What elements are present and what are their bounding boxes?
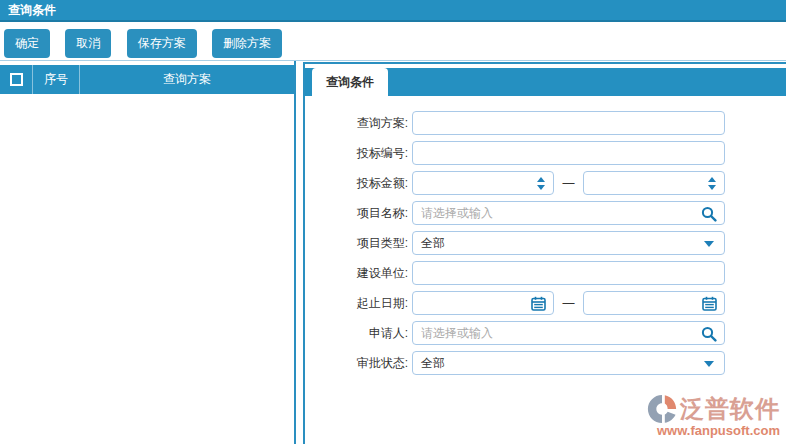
spinner-up-icon[interactable] — [708, 177, 716, 182]
conditions-panel: 查询条件 查询方案: 投标编号: — [303, 62, 786, 444]
main-area: 序号 查询方案 查询条件 查询方案: 投标编号: — [0, 61, 786, 444]
column-header-plan: 查询方案 — [80, 65, 294, 94]
cancel-button[interactable]: 取消 — [65, 29, 111, 58]
approval-status-value: 全部 — [413, 355, 724, 372]
saved-plans-panel: 序号 查询方案 — [0, 61, 296, 444]
header-checkbox-cell — [0, 65, 33, 94]
search-icon[interactable] — [701, 326, 717, 342]
range-separator: — — [554, 176, 583, 190]
approval-status-label: 审批状态: — [305, 355, 408, 372]
calendar-icon[interactable] — [702, 296, 717, 311]
applicant-label: 申请人: — [305, 325, 408, 342]
query-form: 查询方案: 投标编号: 投标金额: — [305, 96, 786, 381]
form-row-date-range: 起止日期: — — [305, 291, 786, 315]
bid-amount-from-input[interactable] — [413, 172, 553, 194]
bid-amount-to-input[interactable] — [584, 172, 724, 194]
construction-unit-label: 建设单位: — [305, 265, 408, 282]
form-row-approval-status: 审批状态: 全部 — [305, 351, 786, 375]
column-header-seq: 序号 — [33, 65, 80, 94]
bid-amount-from-stepper[interactable] — [537, 172, 545, 194]
approval-status-select[interactable]: 全部 — [412, 351, 725, 375]
spinner-down-icon[interactable] — [537, 185, 545, 190]
form-row-project-type: 项目类型: 全部 — [305, 231, 786, 255]
plan-name-label: 查询方案: — [305, 115, 408, 132]
toolbar: 确定 取消 保存方案 删除方案 — [0, 22, 786, 61]
range-separator: — — [554, 296, 583, 310]
query-conditions-dialog: 查询条件 确定 取消 保存方案 删除方案 序号 查询方案 查询条件 — [0, 0, 786, 444]
bid-number-input[interactable] — [413, 142, 724, 164]
form-row-project-name: 项目名称: — [305, 201, 786, 225]
calendar-icon[interactable] — [531, 296, 546, 311]
project-type-label: 项目类型: — [305, 235, 408, 252]
bid-number-label: 投标编号: — [305, 145, 408, 162]
chevron-down-icon — [704, 241, 714, 247]
form-row-construction-unit: 建设单位: — [305, 261, 786, 285]
date-range-label: 起止日期: — [305, 295, 408, 312]
tab-bar: 查询条件 — [305, 68, 786, 96]
delete-plan-button[interactable]: 删除方案 — [212, 29, 282, 58]
panel-divider — [296, 61, 303, 444]
spinner-down-icon[interactable] — [708, 185, 716, 190]
form-row-applicant: 申请人: — [305, 321, 786, 345]
select-all-checkbox[interactable] — [10, 73, 23, 86]
form-row-plan-name: 查询方案: — [305, 111, 786, 135]
confirm-button[interactable]: 确定 — [4, 29, 50, 58]
form-row-bid-amount: 投标金额: — — [305, 171, 786, 195]
search-icon[interactable] — [701, 206, 717, 222]
plan-name-input[interactable] — [413, 112, 724, 134]
applicant-input[interactable] — [413, 322, 724, 344]
saved-plans-header: 序号 查询方案 — [0, 65, 294, 94]
project-name-label: 项目名称: — [305, 205, 408, 222]
chevron-down-icon — [704, 361, 714, 367]
tab-query-conditions[interactable]: 查询条件 — [312, 68, 388, 96]
spinner-up-icon[interactable] — [537, 177, 545, 182]
form-row-bid-number: 投标编号: — [305, 141, 786, 165]
project-type-value: 全部 — [413, 235, 724, 252]
construction-unit-input[interactable] — [413, 262, 724, 284]
project-type-select[interactable]: 全部 — [412, 231, 725, 255]
bid-amount-to-stepper[interactable] — [708, 172, 716, 194]
save-plan-button[interactable]: 保存方案 — [127, 29, 197, 58]
project-name-input[interactable] — [413, 202, 724, 224]
bid-amount-label: 投标金额: — [305, 175, 408, 192]
dialog-title: 查询条件 — [0, 0, 786, 22]
saved-plans-list[interactable] — [0, 94, 294, 444]
